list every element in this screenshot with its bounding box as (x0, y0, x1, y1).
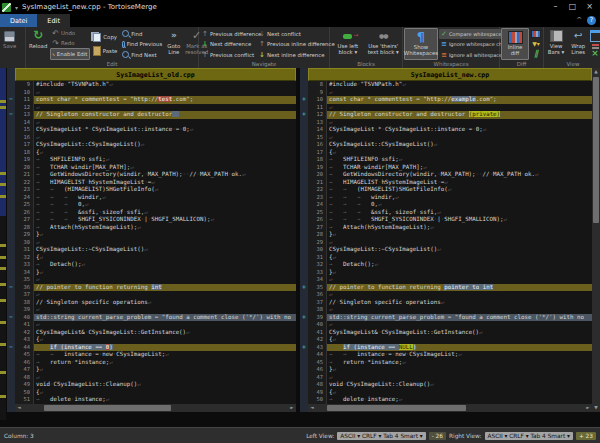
code-line[interactable]: 13↵ (308, 119, 592, 127)
code-line[interactable]: 10↵ (15, 89, 296, 97)
left-view-options[interactable]: ASCII ▾ CRLF ▾ Tab 4 Smart ▾ (337, 432, 425, 440)
code-line[interactable]: 26→ → → &ssfi,·sizeof·ssfi,↵ (15, 209, 296, 217)
code-line[interactable]: 31{↵ (308, 254, 592, 262)
code-line[interactable]: 12↵ (15, 104, 296, 112)
code-line[interactable]: 28→ Attach(hSystemImageList);↵ (15, 224, 296, 232)
save-button[interactable]: Save (1, 28, 18, 60)
code-line[interactable]: 33}↵ (308, 269, 592, 277)
tab-file[interactable]: Datei (0, 14, 37, 27)
find-button[interactable]: Find (120, 29, 164, 39)
code-line[interactable]: 31CSysImageList::~CSysImageList()↵ (15, 246, 296, 254)
previous-conflict-button[interactable]: ↑Previous conflict (200, 50, 256, 60)
previous-inline-difference-button[interactable]: ↑Previous inline difference (257, 39, 327, 49)
code-line[interactable]: 15CSysImageList·*·CSysImageList::instanc… (15, 126, 296, 134)
code-line[interactable]: 24→ → → windir,↵ (15, 194, 296, 202)
scroll-down-icon[interactable]: ▼ (592, 404, 600, 412)
code-line[interactable]: 47}↵ (15, 366, 296, 374)
code-line[interactable]: 43→ if·(instance·==·NULL)↵ (308, 344, 592, 352)
code-line[interactable]: 36↵ (308, 291, 592, 299)
code-line[interactable]: 16CSysImageList::CSysImageList()↵ (308, 141, 592, 149)
code-line[interactable]: 41CSysImageList&·CSysImageList::GetInsta… (308, 329, 592, 337)
code-line[interactable]: 22→ HIMAGELIST·hSystemImageList·=↵ (15, 179, 296, 187)
code-line[interactable]: 32→ Detach();↵ (308, 261, 592, 269)
code-line[interactable]: 17CSysImageList::CSysImageList()↵ (15, 141, 296, 149)
collapse-ribbon-icon[interactable]: ^ (576, 14, 582, 27)
code-line[interactable]: 48↵ (15, 374, 296, 382)
help-icon[interactable]: ? (587, 16, 596, 25)
scroll-right-icon[interactable]: ► (288, 404, 296, 412)
tab-edit[interactable]: Edit (37, 14, 70, 27)
previous-difference-button[interactable]: ↑Previous difference (200, 29, 256, 39)
wrap-lines-button[interactable]: ↩ Wrap Lines (568, 28, 588, 60)
code-line[interactable]: 46→ return·*instance;↵ (15, 359, 296, 367)
scrollbar-thumb[interactable] (593, 77, 599, 223)
code-line[interactable]: 35//·pointer·to·function·returning·point… (308, 284, 592, 292)
code-line[interactable]: 23→ → (HIMAGELIST)SHGetFileInfo(↵ (15, 186, 296, 194)
code-line[interactable]: 35↵ (15, 276, 296, 284)
right-horizontal-scrollbar[interactable]: ◄ ► (308, 404, 592, 412)
code-line[interactable]: 37↵ (15, 291, 296, 299)
code-line[interactable]: 30↵ (15, 239, 296, 247)
right-view-options[interactable]: ASCII ▾ CRLF ▾ Tab 4 Smart ▾ (485, 432, 573, 440)
code-line[interactable]: 37//·Singleton·specific·operations↵ (308, 299, 592, 307)
code-line[interactable]: 22→ → (HIMAGELIST)SHGetFileInfo(↵ (308, 186, 592, 194)
ignore-all-whitespace-changes-button[interactable]: ≡Ignore all whitespace changes (439, 50, 501, 60)
code-line[interactable]: 19→ TCHAR·windir[MAX_PATH];↵ (308, 164, 592, 172)
code-line[interactable]: 43{↵ (15, 336, 296, 344)
ignore-whitespace-changes-button[interactable]: ≡Ignore whitespace changes (439, 39, 501, 49)
window-layout-icon[interactable] (590, 30, 600, 42)
code-line[interactable]: 20→ TCHAR·windir[MAX_PATH];↵ (15, 164, 296, 172)
code-line[interactable]: 50→ delete·instance;↵ (308, 396, 592, 404)
code-line[interactable]: 13//·Singleton·constructor·and·destructo… (15, 111, 296, 119)
code-line[interactable]: 39std::string·current_parse_problem·=·"f… (308, 314, 592, 322)
code-line[interactable]: 15↵ (308, 134, 592, 142)
view-bars-button[interactable]: View Bars ▾ (545, 28, 567, 60)
code-line[interactable]: 29}↵ (15, 231, 296, 239)
goto-line-button[interactable]: » Goto Line (165, 28, 182, 60)
code-line[interactable]: 38//·Singleton·specific·operations↵ (15, 299, 296, 307)
code-line[interactable]: 40std::string·current_parse_problem·=·"f… (15, 314, 296, 322)
code-line[interactable]: 18→ SHFILEINFO·ssfi;↵ (308, 156, 592, 164)
next-conflict-button[interactable]: ↓Next conflict (257, 29, 327, 39)
code-line[interactable]: 9↵ (308, 89, 592, 97)
code-line[interactable]: 23→ → → windir,↵ (308, 194, 592, 202)
code-line[interactable]: 32{↵ (15, 254, 296, 262)
code-line[interactable]: 16↵ (15, 134, 296, 142)
find-previous-button[interactable]: Find Previous (120, 39, 164, 49)
code-line[interactable]: 44→ if·(instance·==·0)↵ (15, 344, 296, 352)
code-line[interactable]: 48void·CSysImageList::Cleanup()↵ (308, 381, 592, 389)
scroll-up-icon[interactable]: ▲ (592, 68, 600, 76)
code-line[interactable]: 29↵ (308, 239, 592, 247)
code-line[interactable]: 49void·CSysImageList::Cleanup()↵ (15, 381, 296, 389)
code-line[interactable]: 11const·char·*·commenttest·=·"http://tes… (15, 96, 296, 104)
enable-edit-button[interactable]: Enable Edit (50, 48, 90, 60)
code-line[interactable]: 41↵ (15, 321, 296, 329)
code-line[interactable]: 49{↵ (308, 389, 592, 397)
code-line[interactable]: 25→ → → &ssfi,·sizeof·ssfi,↵ (308, 209, 592, 217)
code-line[interactable]: 45→ → instance·=·new·CSysImageList;↵ (15, 351, 296, 359)
code-line[interactable]: 26→ → → SHGFI_SYSICONINDEX·|·SHGFI_SMALL… (308, 216, 592, 224)
scroll-right-icon[interactable]: ► (584, 404, 592, 412)
code-line[interactable]: 33→ Detach();↵ (15, 261, 296, 269)
code-line[interactable]: 28}↵ (308, 231, 592, 239)
code-line[interactable]: 40↵ (308, 321, 592, 329)
code-line[interactable]: 42CSysImageList&·CSysImageList::GetInsta… (15, 329, 296, 337)
collapse-sections-icon[interactable]: × (591, 48, 599, 58)
code-line[interactable]: 27→ → → SHGFI_SYSICONINDEX·|·SHGFI_SMALL… (15, 216, 296, 224)
code-line[interactable]: 38↵ (308, 306, 592, 314)
code-line[interactable]: 42{↵ (308, 336, 592, 344)
code-line[interactable]: 44→ → instance·=·new·CSysImageList;↵ (308, 351, 592, 359)
use-left-block-button[interactable]: Use left block ▾ (331, 28, 365, 60)
locator-bar[interactable] (0, 68, 6, 420)
paste-button[interactable]: Paste (91, 46, 119, 56)
code-line[interactable]: 20→ GetWindowsDirectory(windir,·MAX_PATH… (308, 171, 592, 179)
scroll-left-icon[interactable]: ◄ (308, 404, 316, 412)
code-line[interactable]: 17{↵ (308, 149, 592, 157)
code-line[interactable]: 51→ delete·instance;↵ (15, 396, 296, 404)
compare-whitespaces-button[interactable]: ✓Compare whitespaces (439, 29, 501, 39)
vertical-scrollbar[interactable]: ▲ ▼ (592, 68, 600, 412)
left-horizontal-scrollbar[interactable]: ◄ ► (15, 404, 296, 412)
inline-diff-word-icon[interactable] (531, 30, 541, 38)
code-line[interactable]: 9#include·"TSVNPath.h"↵ (15, 81, 296, 89)
split-view-icon[interactable] (592, 44, 599, 46)
